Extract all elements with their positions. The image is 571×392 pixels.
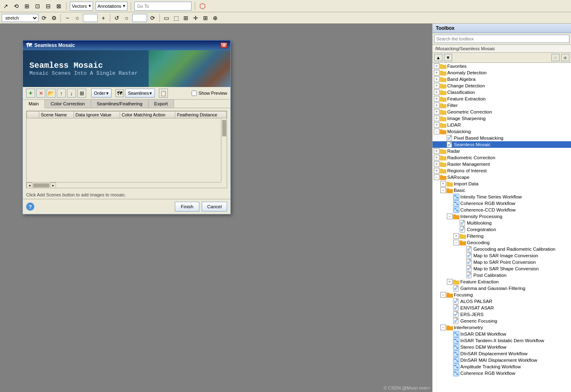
toolbox-search-input[interactable] [434, 35, 569, 43]
tab-export[interactable]: Export [149, 100, 174, 108]
pan-icon[interactable]: ✛ [192, 14, 200, 22]
tree-item-filter[interactable]: + Filter [433, 102, 571, 109]
expand-btn-classification[interactable]: + [434, 89, 439, 95]
dialog-close-button[interactable]: ✕ [221, 42, 227, 48]
tree-item-import-data[interactable]: + Import Data [433, 180, 571, 187]
expand-btn-image-sharpening[interactable]: + [434, 116, 439, 121]
tree-item-geocoding-radiometric[interactable]: Geocoding and Radiometric Calibration [433, 246, 571, 252]
expand-btn-mosaicking[interactable]: − [434, 129, 439, 134]
tree-item-multilooking[interactable]: Multilooking [433, 220, 571, 226]
number-input-2[interactable]: 0 [132, 14, 147, 22]
layer-icon[interactable]: ▭ [162, 14, 170, 22]
expand-btn-sarscape[interactable]: − [434, 174, 439, 180]
tree-item-intensity-time-series[interactable]: Intesity Time Series Workflow [433, 194, 571, 200]
scroll-right-arrow[interactable]: ▸ [50, 183, 56, 188]
expand-btn-basic[interactable]: − [440, 187, 446, 193]
scroll-left-arrow[interactable]: ◂ [27, 183, 32, 188]
remove-scenes-button[interactable]: ✕ [36, 89, 45, 98]
tree-item-generic-focusing[interactable]: Generic Focusing [433, 318, 571, 324]
number-input-1[interactable]: 10 [83, 14, 98, 22]
properties-button[interactable]: ⊞ [77, 89, 86, 98]
expand-btn-anomaly-detection[interactable]: + [434, 70, 439, 76]
seamless-mosaic-dialog[interactable]: 🗺 Seamless Mosaic ✕ Seamless Mosaic Mosa… [22, 40, 231, 214]
export-button[interactable]: 📋 [159, 89, 168, 98]
grid-icon[interactable]: ⊞ [182, 14, 190, 22]
refresh-icon[interactable]: ⟳ [40, 14, 48, 22]
tree-item-band-algebra[interactable]: + Band Algebra [433, 76, 571, 82]
toolbar-icon-6[interactable]: ⊠ [55, 2, 63, 10]
expand-btn-regions-of-interest[interactable]: + [434, 168, 439, 174]
open-button[interactable]: 📂 [47, 89, 56, 98]
tree-item-dinsar-mai[interactable]: DInSAR MAI Displacement Workflow [433, 357, 571, 363]
stack-icon[interactable]: ⬚ [172, 14, 180, 22]
tree-item-intensity-processing[interactable]: − Intensity Processing [433, 213, 571, 220]
tree-item-feature-extraction-sar[interactable]: + Feature Extraction [433, 278, 571, 285]
toolbar-icon-3[interactable]: ⊞ [23, 2, 31, 10]
settings-icon[interactable]: ⚙ [50, 14, 58, 22]
finish-button[interactable]: Finish [175, 202, 199, 212]
tree-item-interferometry[interactable]: − Interferometry [433, 324, 571, 331]
annotations-dropdown[interactable]: Annotations ▾ [96, 2, 127, 11]
tab-main[interactable]: Main [23, 100, 45, 108]
tree-item-pixel-based-mosaicking[interactable]: Pixel Based Mosaicking [433, 135, 571, 141]
expand-btn-interferometry[interactable]: − [440, 325, 446, 330]
tree-item-basic[interactable]: − Basic [433, 187, 571, 194]
tree-item-classification[interactable]: + Classification [433, 89, 571, 96]
toolbar-icon-5[interactable]: ⊟ [44, 2, 52, 10]
tree-item-map-to-sar-image[interactable]: Map to SAR Image Conversion [433, 252, 571, 259]
tree-item-geometric-correction[interactable]: + Geometric Correction [433, 109, 571, 115]
expand-btn-raster-management[interactable]: + [434, 161, 439, 167]
tree-item-favorites[interactable]: + Favorites [433, 63, 571, 69]
expand-btn-filtering[interactable]: + [453, 233, 459, 239]
fav-remove-button[interactable]: ★ [561, 54, 569, 61]
table-scrollbar-vertical[interactable] [221, 119, 227, 182]
stretch-select[interactable]: stretch [2, 14, 38, 22]
fav-add-button[interactable]: ☆ [551, 54, 560, 61]
tree-item-seamless-mosaic[interactable]: Seamless Mosaic [433, 141, 571, 148]
tools-icon[interactable]: ⊞ [201, 14, 210, 22]
expand-btn-geocoding[interactable]: − [453, 240, 459, 245]
expand-btn-radiometric-correction[interactable]: + [434, 155, 439, 160]
toolbar-icon-1[interactable]: ↗ [2, 2, 10, 10]
expand-btn-favorites[interactable]: + [434, 63, 439, 69]
tree-item-change-detection[interactable]: + Change Detection [433, 82, 571, 89]
expand-btn-geometric-correction[interactable]: + [434, 109, 439, 115]
tree-item-radiometric-correction[interactable]: + Radiometric Correction [433, 154, 571, 161]
move-up-button[interactable]: ↑ [57, 89, 66, 98]
tree-item-coherence-rgb[interactable]: Coherence RGB Workflow [433, 200, 571, 207]
toolbox-tree[interactable]: + Favorites+ Anomaly Detection+ Band Alg… [433, 63, 571, 392]
expand-btn-radar[interactable]: + [434, 148, 439, 154]
nav-down-button[interactable]: ▼ [444, 54, 452, 61]
expand-btn-feature-extraction-sar[interactable]: + [447, 279, 453, 285]
cancel-button[interactable]: Cancel [202, 202, 227, 212]
tree-item-map-to-sar-point[interactable]: Map to SAR Point Conversion [433, 259, 571, 265]
help-button[interactable]: ? [26, 203, 34, 211]
toolbar-icon-4[interactable]: ⊡ [33, 2, 42, 10]
tree-item-ers-jers[interactable]: ERS-JERS [433, 311, 571, 318]
canvas-area[interactable]: 🗺 Seamless Mosaic ✕ Seamless Mosaic Mosa… [0, 24, 432, 392]
table-scrollbar-horizontal[interactable]: ◂ ▸ [27, 182, 221, 188]
expand-btn-lidar[interactable]: + [434, 122, 439, 128]
tree-item-image-sharpening[interactable]: + Image Sharpening [433, 115, 571, 122]
tree-item-radar[interactable]: + Radar [433, 148, 571, 154]
expand-btn-import-data[interactable]: + [440, 181, 446, 187]
tree-item-raster-management[interactable]: + Raster Management [433, 161, 571, 167]
vectors-dropdown[interactable]: Vectors ▾ [70, 2, 93, 11]
move-down-button[interactable]: ↓ [67, 89, 76, 98]
zoom-out-icon[interactable]: − [63, 14, 71, 22]
tree-item-sarscape[interactable]: − SARscape [433, 174, 571, 180]
plus-icon[interactable]: ⊕ [211, 14, 219, 22]
tree-item-feature-extraction[interactable]: + Feature Extraction [433, 96, 571, 102]
tab-seamlines-feathering[interactable]: Seamlines/Feathering [91, 100, 149, 108]
expand-btn-feature-extraction[interactable]: + [434, 96, 439, 102]
tree-item-stereo-dem[interactable]: Stereo DEM Workflow [433, 344, 571, 350]
tree-item-amplitude-tracking[interactable]: Amplitude Tracking Workflow [433, 363, 571, 370]
add-scenes-button[interactable]: + [26, 89, 35, 98]
goto-input[interactable] [134, 2, 192, 11]
tree-item-gamma-gaussian[interactable]: Gamma and Gaussian Filtering [433, 285, 571, 292]
tree-item-post-calibration[interactable]: Post Calibration [433, 272, 571, 278]
scroll-thumb-v[interactable] [222, 120, 226, 136]
scroll-thumb-h[interactable] [33, 183, 49, 187]
tree-item-anomaly-detection[interactable]: + Anomaly Detection [433, 69, 571, 76]
tree-item-coherence-ccd[interactable]: Coherence-CCD Workflow [433, 207, 571, 213]
